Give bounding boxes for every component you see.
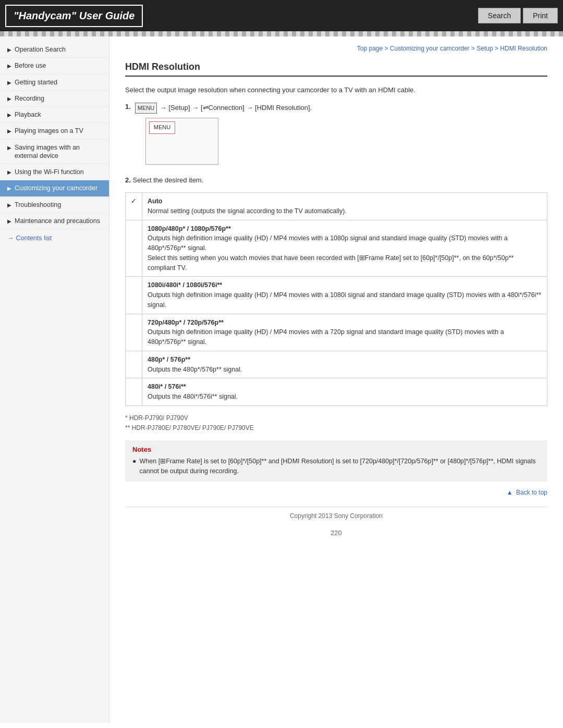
sidebar-item-troubleshooting[interactable]: ▶ Troubleshooting <box>0 197 109 213</box>
header-buttons: Search Print <box>478 8 558 23</box>
sidebar-item-label: Maintenance and precautions <box>15 217 100 225</box>
option-description: Outputs high definition image quality (H… <box>148 291 541 309</box>
step-2-text: Select the desired item. <box>132 176 203 184</box>
sidebar-item-maintenance[interactable]: ▶ Maintenance and precautions <box>0 213 109 229</box>
intro-text: Select the output image resolution when … <box>125 85 547 95</box>
notes-box: Notes ● When [⊞Frame Rate] is set to [60… <box>125 440 547 482</box>
arrow-icon: ▶ <box>7 79 11 86</box>
contents-arrow-icon: → <box>7 235 14 242</box>
sidebar-item-label: Saving images with an external device <box>15 143 104 161</box>
option-check <box>126 314 142 351</box>
arrow-icon: ▶ <box>7 112 11 118</box>
menu-img-inner: MENU <box>149 121 175 134</box>
notes-item-text: When [⊞Frame Rate] is set to [60p]*/[50p… <box>140 456 540 476</box>
content-area: Top page > Customizing your camcorder > … <box>109 36 563 723</box>
breadcrumb: Top page > Customizing your camcorder > … <box>125 45 547 52</box>
sidebar-item-recording[interactable]: ▶ Recording <box>0 91 109 107</box>
option-label: 720p/480p* / 720p/576p** <box>148 319 224 326</box>
breadcrumb-text[interactable]: Top page > Customizing your camcorder > … <box>357 45 547 52</box>
option-content: 480p* / 576p**Outputs the 480p*/576p** s… <box>142 351 547 378</box>
notes-title: Notes <box>132 446 540 453</box>
option-label: 1080i/480i* / 1080i/576i** <box>148 281 222 289</box>
arrow-icon: ▶ <box>7 63 11 69</box>
step-1-num: 1. <box>125 103 131 110</box>
arrow-icon: ▶ <box>7 144 11 151</box>
sidebar-item-before-use[interactable]: ▶ Before use <box>0 58 109 74</box>
arrow-icon: ▶ <box>7 202 11 208</box>
stripe-bar <box>0 31 563 36</box>
sidebar-item-customizing[interactable]: ▶ Customizing your camcorder <box>0 180 109 196</box>
arrow-icon: ▶ <box>7 185 11 192</box>
back-to-top-icon: ▲ <box>507 489 513 496</box>
arrow-icon: ▶ <box>7 46 11 53</box>
copyright-text: Copyright 2013 Sony Corporation <box>290 512 383 520</box>
step-2: 2. Select the desired item. <box>125 176 547 184</box>
sidebar-item-label: Using the Wi-Fi function <box>15 168 84 176</box>
table-row: 480p* / 576p**Outputs the 480p*/576p** s… <box>126 351 547 378</box>
contents-list-link[interactable]: → Contents list <box>0 229 109 247</box>
step-2-num: 2. <box>125 176 131 184</box>
arrow-icon: ▶ <box>7 218 11 225</box>
menu-key: MENU <box>135 103 157 114</box>
sidebar-item-label: Recording <box>15 94 44 103</box>
sidebar-item-label: Operation Search <box>15 45 66 54</box>
contents-link-label: Contents list <box>16 235 52 242</box>
table-row: 1080i/480i* / 1080i/576i**Outputs high d… <box>126 277 547 314</box>
sidebar-item-wifi[interactable]: ▶ Using the Wi-Fi function <box>0 164 109 180</box>
page-title: HDMI Resolution <box>125 61 547 77</box>
sidebar: ▶ Operation Search ▶ Before use ▶ Gettin… <box>0 36 109 723</box>
sidebar-item-playing-images[interactable]: ▶ Playing images on a TV <box>0 123 109 139</box>
sidebar-item-label: Troubleshooting <box>15 201 61 209</box>
sidebar-item-playback[interactable]: ▶ Playback <box>0 107 109 123</box>
footnotes: * HDR-PJ790/ PJ790V ** HDR-PJ780E/ PJ780… <box>125 413 547 433</box>
sidebar-item-getting-started[interactable]: ▶ Getting started <box>0 75 109 91</box>
app-title: "Handycam" User Guide <box>5 5 143 27</box>
step-1: 1. MENU → [Setup] → [⇌Connection] → [HDM… <box>125 103 547 169</box>
arrow-icon: ▶ <box>7 169 11 176</box>
option-check: ✓ <box>126 193 142 220</box>
option-description: Outputs the 480p*/576p** signal. <box>148 366 242 373</box>
table-row: 1080p/480p* / 1080p/576p**Outputs high d… <box>126 220 547 277</box>
step-1-content: MENU → [Setup] → [⇌Connection] → [HDMI R… <box>135 103 312 169</box>
sidebar-item-label: Playing images on a TV <box>15 127 83 135</box>
page-number: 220 <box>125 525 547 539</box>
main-layout: ▶ Operation Search ▶ Before use ▶ Gettin… <box>0 36 563 723</box>
option-description: Outputs the 480i*/576i** signal. <box>148 393 238 400</box>
notes-item-1: ● When [⊞Frame Rate] is set to [60p]*/[5… <box>132 456 540 476</box>
sidebar-item-label: Playback <box>15 110 41 119</box>
sidebar-item-label: Customizing your camcorder <box>15 184 97 192</box>
table-row: ✓AutoNormal setting (outputs the signal … <box>126 193 547 220</box>
step-1-arrow1: → [Setup] → [⇌Connection] → [HDMI Resolu… <box>160 104 312 112</box>
option-description: Normal setting (outputs the signal accor… <box>148 207 347 215</box>
option-check <box>126 378 142 406</box>
arrow-icon: ▶ <box>7 95 11 102</box>
sidebar-item-operation-search[interactable]: ▶ Operation Search <box>0 42 109 58</box>
option-label: 480p* / 576p** <box>148 356 190 363</box>
sidebar-item-saving-images[interactable]: ▶ Saving images with an external device <box>0 140 109 165</box>
back-to-top-label: Back to top <box>516 489 547 496</box>
option-description: Outputs high definition image quality (H… <box>148 235 513 271</box>
header: "Handycam" User Guide Search Print <box>0 0 563 31</box>
table-row: 720p/480p* / 720p/576p**Outputs high def… <box>126 314 547 351</box>
option-label: 480i* / 576i** <box>148 383 186 390</box>
sidebar-item-label: Before use <box>15 61 46 70</box>
sidebar-item-label: Getting started <box>15 78 57 87</box>
option-check <box>126 277 142 314</box>
option-content: 1080p/480p* / 1080p/576p**Outputs high d… <box>142 220 547 277</box>
arrow-icon: ▶ <box>7 128 11 134</box>
print-button[interactable]: Print <box>523 8 558 23</box>
option-content: 1080i/480i* / 1080i/576i**Outputs high d… <box>142 277 547 314</box>
option-content: 480i* / 576i**Outputs the 480i*/576i** s… <box>142 378 547 406</box>
option-label: Auto <box>148 198 162 205</box>
back-to-top-link[interactable]: ▲ Back to top <box>125 489 547 496</box>
options-table: ✓AutoNormal setting (outputs the signal … <box>125 192 547 406</box>
footnote-1: * HDR-PJ790/ PJ790V <box>125 413 547 423</box>
search-button[interactable]: Search <box>478 8 521 23</box>
footer: Copyright 2013 Sony Corporation <box>125 507 547 525</box>
option-check <box>126 220 142 277</box>
footnote-2: ** HDR-PJ780E/ PJ780VE/ PJ790E/ PJ790VE <box>125 423 547 433</box>
option-check <box>126 351 142 378</box>
table-row: 480i* / 576i**Outputs the 480i*/576i** s… <box>126 378 547 406</box>
option-content: 720p/480p* / 720p/576p**Outputs high def… <box>142 314 547 351</box>
option-description: Outputs high definition image quality (H… <box>148 328 504 346</box>
